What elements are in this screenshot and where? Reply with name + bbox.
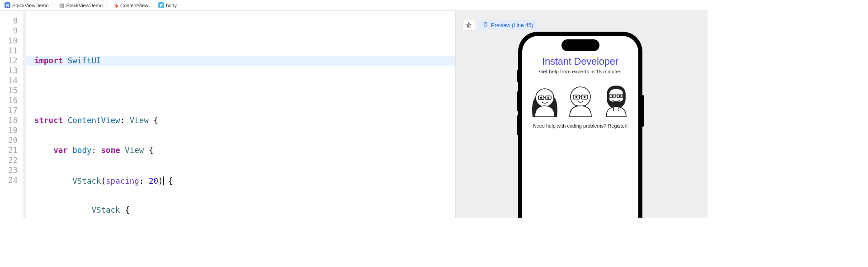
avatar-user3: [600, 81, 632, 117]
pin-preview-button[interactable]: [462, 20, 475, 31]
line-number: 8: [0, 16, 23, 26]
line-number: 15: [0, 86, 23, 95]
xcode-project-icon: ⌘: [5, 2, 10, 8]
line-gutter: 8 9 10 11 12 13 14 15 16 17 18 19 20 21 …: [0, 11, 26, 218]
swift-icon: [113, 2, 118, 8]
breadcrumb-folder-label: StackViewDemo: [66, 3, 103, 8]
line-number: 16: [0, 95, 23, 105]
line-number: 21: [0, 145, 23, 155]
avatar-row: [522, 81, 638, 117]
phone-side-button: [642, 95, 644, 127]
line-number: 24: [0, 175, 23, 185]
breadcrumb-folder[interactable]: ▤ StackViewDemo: [59, 2, 103, 8]
breadcrumb-symbol-label: body: [166, 3, 177, 8]
line-number: 18: [0, 115, 23, 125]
code-area[interactable]: import SwiftUI struct ContentView: View …: [26, 11, 455, 218]
property-icon: P: [158, 2, 164, 8]
line-number: 14: [0, 76, 23, 86]
breadcrumb-project[interactable]: ⌘ StackViewDemo: [5, 2, 49, 8]
svg-point-16: [584, 96, 585, 98]
svg-point-15: [576, 96, 577, 98]
app-prompt-text: Need help with coding problems? Register…: [522, 123, 638, 129]
chevron-right-icon: 〉: [51, 2, 57, 9]
pin-icon: [466, 22, 472, 29]
preview-chip-label: Preview (Line 45): [491, 22, 533, 29]
code-editor[interactable]: 8 9 10 11 12 13 14 15 16 17 18 19 20 21 …: [0, 11, 455, 218]
avatar-user1: [528, 81, 561, 117]
line-number: 19: [0, 125, 23, 135]
line-number: 9: [0, 26, 23, 36]
svg-point-21: [619, 95, 620, 97]
breadcrumb-project-label: StackViewDemo: [12, 3, 49, 8]
breadcrumb-file[interactable]: ContentView: [113, 2, 148, 8]
avatar-user2: [564, 81, 597, 117]
phone-side-button: [517, 115, 519, 135]
folder-icon: ▤: [59, 2, 65, 8]
line-number: 12: [0, 56, 23, 66]
phone-side-button: [517, 70, 519, 82]
device-frame: Instant Developer Get help from experts …: [518, 32, 642, 218]
dynamic-island: [561, 39, 599, 51]
device-screen[interactable]: Instant Developer Get help from experts …: [522, 36, 638, 218]
breadcrumb-file-label: ContentView: [120, 3, 148, 8]
preview-location-chip[interactable]: Preview (Line 45): [478, 20, 538, 30]
text-cursor: [163, 176, 164, 185]
phone-side-button: [517, 91, 519, 111]
line-number: 20: [0, 135, 23, 145]
line-number: 23: [0, 165, 23, 175]
svg-point-20: [612, 95, 613, 97]
app-title: Instant Developer: [522, 56, 638, 67]
line-number: 13: [0, 66, 23, 76]
svg-point-8: [547, 97, 549, 99]
line-number: 10: [0, 36, 23, 46]
chevron-right-icon: 〉: [150, 2, 156, 9]
preview-canvas[interactable]: Preview (Line 45) Instant Developer Get …: [455, 11, 708, 218]
app-subtitle: Get help from experts in 15 minutes: [522, 69, 638, 74]
line-number: 17: [0, 105, 23, 115]
chevron-right-icon: 〉: [104, 2, 111, 9]
breadcrumb-symbol[interactable]: P body: [158, 2, 177, 8]
clipboard-icon: [483, 22, 488, 29]
svg-point-7: [540, 97, 542, 99]
line-number: 11: [0, 46, 23, 56]
breadcrumb: ⌘ StackViewDemo 〉 ▤ StackViewDemo 〉 Cont…: [0, 0, 708, 11]
line-number: 22: [0, 155, 23, 165]
